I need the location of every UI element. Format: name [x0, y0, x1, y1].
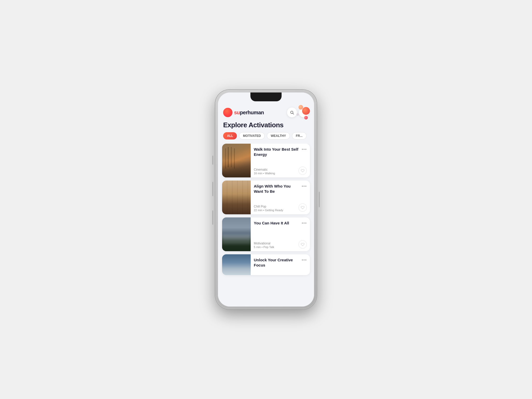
page-title: Explore Activations	[223, 121, 309, 129]
card-align-title: Align With Who You Want To Be	[254, 184, 302, 194]
heart-icon-2	[301, 206, 304, 209]
filter-tab-wealthy[interactable]: WEALTHY	[267, 132, 290, 139]
card-unlock-title: Unlock Your Creative Focus	[254, 257, 302, 268]
card-walk-details: 16 min • Walking	[254, 172, 275, 175]
card-have-it-all-details: 5 min • Pep Talk	[254, 245, 274, 249]
card-align-top: Align With Who You Want To Be •••	[254, 184, 307, 194]
card-walk-meta: Cinematic 16 min • Walking	[254, 168, 275, 175]
heart-icon-3	[301, 243, 304, 246]
app-name: susuperhumanperhuman	[234, 110, 264, 116]
card-align-heart[interactable]	[298, 203, 307, 212]
svg-line-1	[293, 113, 294, 114]
card-have-it-all[interactable]: You Can Have It All ••• Motivational 5 m…	[222, 217, 310, 251]
card-align-meta: Chill Pop 22 min • Getting Ready	[254, 205, 283, 212]
header-actions	[287, 108, 309, 117]
ball-small-gray	[296, 113, 299, 116]
card-align-menu[interactable]: •••	[302, 184, 307, 189]
logo-icon	[223, 108, 232, 117]
card-walk-genre: Cinematic	[254, 168, 275, 171]
card-walk-body: Walk Into Your Best Self Energy ••• Cine…	[251, 144, 310, 177]
power-button	[319, 192, 320, 207]
card-have-it-all-bottom: Motivational 5 min • Pep Talk	[254, 240, 307, 249]
phone-frame: susuperhumanperhuman	[215, 90, 317, 309]
card-have-it-all-meta: Motivational 5 min • Pep Talk	[254, 242, 274, 249]
card-align-details: 22 min • Getting Ready	[254, 209, 283, 212]
card-unlock-image	[222, 254, 251, 275]
card-align-genre: Chill Pop	[254, 205, 283, 208]
filter-tabs: ALL MOTIVATED WEALTHY FR...	[218, 132, 314, 144]
card-unlock-image-inner	[222, 254, 251, 275]
card-align-bottom: Chill Pop 22 min • Getting Ready	[254, 203, 307, 212]
search-icon	[290, 110, 294, 115]
card-walk-heart[interactable]	[298, 167, 307, 175]
card-have-it-all-menu[interactable]: •••	[302, 221, 307, 226]
filter-tab-free[interactable]: FR...	[292, 132, 307, 139]
filter-tab-all[interactable]: ALL	[223, 132, 237, 139]
screen-content: susuperhumanperhuman	[218, 92, 314, 307]
card-have-it-all-image	[222, 217, 251, 251]
card-have-it-all-body: You Can Have It All ••• Motivational 5 m…	[251, 217, 310, 251]
volume-down-button	[212, 182, 213, 196]
filter-icon	[302, 110, 306, 115]
card-have-it-all-top: You Can Have It All •••	[254, 221, 307, 226]
card-have-it-all-genre: Motivational	[254, 242, 274, 245]
card-align[interactable]: Align With Who You Want To Be ••• Chill …	[222, 181, 310, 214]
filter-button[interactable]	[299, 108, 309, 117]
notch	[250, 92, 282, 101]
card-unlock[interactable]: Unlock Your Creative Focus •••	[222, 254, 310, 275]
volume-up-button	[212, 156, 213, 165]
cards-list: Walk Into Your Best Self Energy ••• Cine…	[218, 144, 314, 307]
card-align-body: Align With Who You Want To Be ••• Chill …	[251, 181, 310, 214]
card-walk-image	[222, 144, 251, 177]
card-walk-title: Walk Into Your Best Self Energy	[254, 147, 302, 157]
card-walk-menu[interactable]: •••	[302, 147, 307, 152]
silent-switch	[212, 210, 213, 225]
filter-tab-motivated[interactable]: MOTIVATED	[239, 132, 265, 139]
heart-icon	[301, 169, 304, 172]
card-align-image	[222, 181, 251, 214]
card-align-image-inner	[222, 181, 251, 214]
card-unlock-body: Unlock Your Creative Focus •••	[251, 254, 310, 275]
card-walk-top: Walk Into Your Best Self Energy •••	[254, 147, 307, 157]
app-header: susuperhumanperhuman	[218, 104, 314, 119]
card-unlock-menu[interactable]: •••	[302, 257, 307, 263]
card-have-it-all-image-inner	[222, 217, 251, 251]
logo-area: susuperhumanperhuman	[223, 108, 264, 117]
search-button[interactable]	[287, 108, 297, 117]
card-have-it-all-title: You Can Have It All	[254, 221, 302, 226]
card-walk-image-inner	[222, 144, 251, 177]
phone-screen: susuperhumanperhuman	[218, 92, 314, 307]
card-walk[interactable]: Walk Into Your Best Self Energy ••• Cine…	[222, 144, 310, 177]
page-title-area: Explore Activations	[218, 119, 314, 132]
card-walk-bottom: Cinematic 16 min • Walking	[254, 167, 307, 175]
card-have-it-all-heart[interactable]	[298, 240, 307, 249]
card-unlock-top: Unlock Your Creative Focus •••	[254, 257, 307, 268]
